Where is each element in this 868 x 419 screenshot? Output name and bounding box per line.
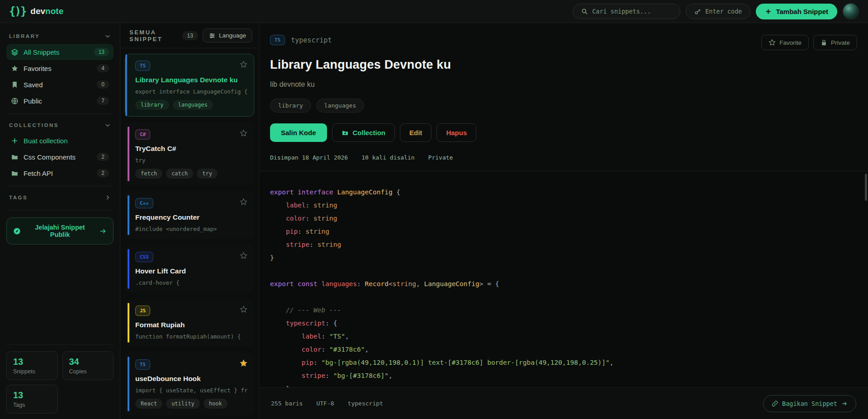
edit-button[interactable]: Edit (400, 123, 432, 142)
sidebar-item-label: Public (24, 97, 42, 105)
star-outline-icon[interactable] (240, 129, 247, 139)
search-input[interactable] (592, 8, 672, 15)
divider (7, 113, 113, 114)
line-count: 255 baris (271, 400, 303, 407)
sidebar-item-public[interactable]: Public 7 (6, 93, 114, 109)
snippet-tag[interactable]: library (270, 99, 311, 113)
add-snippet-button[interactable]: Tambah Snippet (756, 4, 837, 19)
share-label: Bagikan Snippet (782, 400, 837, 407)
sidebar-item-all-snippets[interactable]: All Snippets 13 (6, 44, 114, 60)
meta-saved-date: Disimpan 18 April 2026 (270, 154, 348, 161)
code-line: }, (270, 382, 857, 387)
language-stripe (125, 54, 127, 116)
delete-button[interactable]: Hapus (436, 123, 476, 142)
star-filled-icon[interactable] (240, 359, 247, 369)
share-snippet-button[interactable]: Bagikan Snippet (763, 395, 856, 412)
language-badge: TS (135, 359, 150, 370)
app-logo[interactable]: {)} devnote (9, 5, 63, 18)
search-box[interactable] (573, 4, 680, 19)
collections-section-header[interactable]: COLLECTIONS (6, 118, 114, 133)
favorite-label: Favorite (779, 39, 802, 46)
encoding: UTF-8 (316, 400, 334, 407)
footer-language: typescript (348, 400, 383, 407)
stat-label: Copies (69, 368, 107, 375)
card-tag[interactable]: utility (166, 399, 200, 409)
star-outline-icon[interactable] (240, 198, 247, 207)
language-badge: TS (135, 61, 150, 71)
logo-text-note: note (45, 6, 63, 16)
scrollbar-thumb[interactable] (865, 174, 867, 201)
star-outline-icon[interactable] (240, 306, 247, 315)
card-tag[interactable]: fetch (135, 169, 162, 179)
snippet-card[interactable]: JSFormat Rupiahfunction formatRupiah(amo… (125, 299, 254, 347)
stat-snippets: 13 Snippets (6, 351, 58, 380)
sidebar-item-label: Saved (24, 81, 43, 89)
card-tags: Reactutilityhook (135, 399, 247, 409)
library-title: LIBRARY (9, 33, 40, 39)
code-line: // --- Web --- (270, 304, 857, 317)
add-to-collection-button[interactable]: Collection (332, 123, 395, 142)
divider (7, 186, 113, 186)
explore-public-snippets-button[interactable]: Jelajahi Snippet Publik (6, 217, 114, 245)
stat-value: 13 (13, 357, 51, 367)
code-viewer[interactable]: export interface LanguageConfig { label:… (259, 171, 868, 387)
snippet-title: Library Languages Devnote ku (270, 58, 857, 72)
copy-code-button[interactable]: Salin Kode (270, 123, 327, 142)
private-button[interactable]: Private (813, 35, 857, 50)
sidebar-collection-fetch-api[interactable]: Fetch API 2 (6, 165, 114, 181)
logo-brackets-icon: {)} (9, 5, 26, 18)
card-title: useDebounce Hook (135, 375, 247, 383)
language-stripe (128, 249, 129, 289)
card-tags: fetchcatchtry (135, 169, 247, 179)
language-filter-label: Language (219, 32, 246, 39)
snippet-card[interactable]: CSSHover Lift Card.card-hover { (125, 245, 254, 293)
card-code-preview: export interface LanguageConfig { (135, 88, 247, 95)
snippet-tag[interactable]: languages (316, 99, 364, 113)
card-tag[interactable]: catch (166, 169, 193, 179)
folder-plus-icon (342, 129, 349, 137)
card-tag[interactable]: hook (204, 399, 228, 409)
folder-icon (11, 169, 19, 177)
code-line: label: string (270, 199, 857, 212)
language-name: typescript (291, 36, 332, 44)
language-stripe (128, 195, 129, 235)
sidebar-stats: 13 Snippets 34 Copies 13 Tags (6, 344, 114, 414)
card-tag[interactable]: React (135, 399, 162, 409)
create-collection-button[interactable]: Buat collection (6, 133, 114, 149)
sidebar-item-saved[interactable]: Saved 0 (6, 76, 114, 93)
compass-icon (13, 227, 21, 235)
star-outline-icon (768, 39, 776, 46)
snippet-list-header: SEMUA SNIPPET 13 Language (120, 23, 259, 48)
card-tag[interactable]: languages (173, 100, 213, 110)
sliders-icon (209, 33, 215, 39)
user-avatar[interactable] (843, 3, 859, 19)
count-badge: 4 (97, 64, 109, 72)
favorite-button[interactable]: Favorite (761, 35, 809, 50)
snippet-detail-panel: TS typescript Favorite Private (259, 23, 868, 419)
code-line: } (270, 251, 857, 264)
search-icon (581, 8, 588, 15)
sidebar-item-favorites[interactable]: Favorites 4 (6, 60, 114, 76)
code-line (270, 264, 857, 278)
card-tag[interactable]: try (197, 169, 218, 179)
snippet-card[interactable]: C++Frequency Counter#include <unordered_… (125, 191, 254, 239)
collection-label: Css Components (24, 153, 76, 161)
tags-section-header[interactable]: TAGS (6, 191, 114, 205)
stat-tags: 13 Tags (6, 385, 58, 414)
snippet-card[interactable]: TSLibrary Languages Devnote kuexport int… (125, 54, 254, 117)
collection-label: Collection (353, 129, 386, 137)
bookmark-icon (11, 81, 19, 89)
star-outline-icon[interactable] (240, 61, 247, 70)
card-tag[interactable]: library (135, 100, 169, 110)
language-filter-button[interactable]: Language (203, 28, 252, 42)
count-badge: 7 (97, 97, 109, 105)
sidebar-collection-css-components[interactable]: Css Components 2 (6, 149, 114, 165)
snippet-card[interactable]: C#TryCatch C#tryfetchcatchtry (125, 122, 254, 185)
library-section-header[interactable]: LIBRARY (6, 29, 114, 44)
explore-label: Jelajahi Snippet Publik (26, 224, 94, 238)
code-line: color: "#3178c6", (270, 343, 857, 356)
snippet-card[interactable]: TSuseDebounce Hookimport { useState, use… (125, 353, 254, 415)
star-outline-icon[interactable] (240, 252, 247, 261)
card-code-preview: #include <unordered_map> (135, 226, 247, 232)
enter-code-button[interactable]: Enter code (686, 4, 750, 19)
